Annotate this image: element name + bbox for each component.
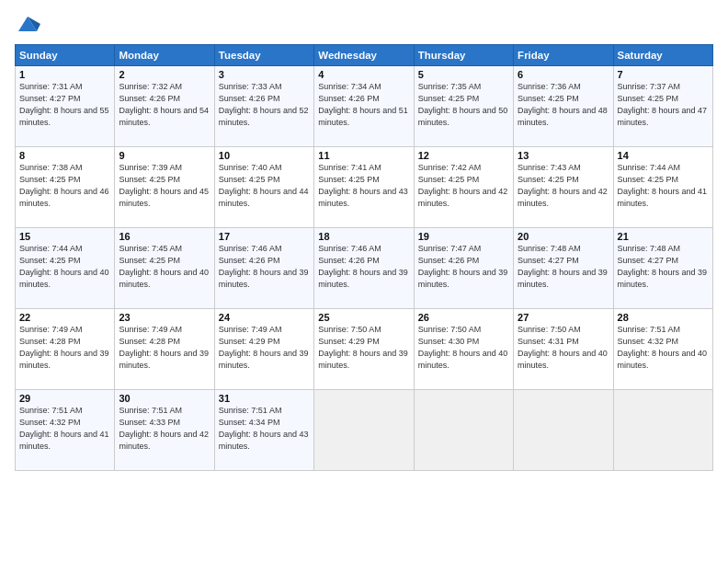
day-info: Sunrise: 7:32 AMSunset: 4:26 PMDaylight:… (119, 81, 210, 129)
calendar-cell: 5Sunrise: 7:35 AMSunset: 4:25 PMDaylight… (414, 66, 513, 147)
day-number: 11 (318, 150, 409, 161)
col-wednesday: Wednesday (314, 45, 414, 66)
day-number: 5 (418, 69, 509, 80)
calendar-cell: 23Sunrise: 7:49 AMSunset: 4:28 PMDayligh… (115, 309, 214, 390)
calendar-cell: 14Sunrise: 7:44 AMSunset: 4:25 PMDayligh… (613, 147, 712, 228)
calendar-cell: 29Sunrise: 7:51 AMSunset: 4:32 PMDayligh… (16, 390, 115, 471)
day-info: Sunrise: 7:40 AMSunset: 4:25 PMDaylight:… (219, 162, 310, 210)
logo (15, 11, 44, 37)
logo-icon (15, 11, 40, 37)
calendar-cell: 4Sunrise: 7:34 AMSunset: 4:26 PMDaylight… (314, 66, 414, 147)
calendar-cell: 20Sunrise: 7:48 AMSunset: 4:27 PMDayligh… (514, 228, 613, 309)
calendar-header: Sunday Monday Tuesday Wednesday Thursday… (16, 45, 713, 66)
calendar-cell: 27Sunrise: 7:50 AMSunset: 4:31 PMDayligh… (514, 309, 613, 390)
day-number: 1 (19, 69, 110, 80)
day-number: 2 (119, 69, 210, 80)
day-info: Sunrise: 7:48 AMSunset: 4:27 PMDaylight:… (618, 243, 709, 291)
col-saturday: Saturday (613, 45, 712, 66)
col-tuesday: Tuesday (214, 45, 313, 66)
day-info: Sunrise: 7:39 AMSunset: 4:25 PMDaylight:… (119, 162, 210, 210)
day-info: Sunrise: 7:38 AMSunset: 4:25 PMDaylight:… (19, 162, 110, 210)
col-sunday: Sunday (16, 45, 115, 66)
day-info: Sunrise: 7:46 AMSunset: 4:26 PMDaylight:… (219, 243, 310, 291)
day-number: 6 (518, 69, 609, 80)
day-info: Sunrise: 7:46 AMSunset: 4:26 PMDaylight:… (318, 243, 409, 291)
day-number: 21 (618, 231, 709, 242)
day-number: 4 (318, 69, 409, 80)
calendar-cell: 1Sunrise: 7:31 AMSunset: 4:27 PMDaylight… (16, 66, 115, 147)
day-info: Sunrise: 7:44 AMSunset: 4:25 PMDaylight:… (19, 243, 110, 291)
day-info: Sunrise: 7:31 AMSunset: 4:27 PMDaylight:… (19, 81, 110, 129)
day-number: 24 (219, 312, 310, 323)
day-number: 22 (19, 312, 110, 323)
calendar-cell: 8Sunrise: 7:38 AMSunset: 4:25 PMDaylight… (16, 147, 115, 228)
day-info: Sunrise: 7:45 AMSunset: 4:25 PMDaylight:… (119, 243, 210, 291)
day-number: 28 (618, 312, 709, 323)
calendar-cell: 30Sunrise: 7:51 AMSunset: 4:33 PMDayligh… (115, 390, 214, 471)
day-number: 18 (318, 231, 409, 242)
day-number: 15 (19, 231, 110, 242)
calendar-week-0: 1Sunrise: 7:31 AMSunset: 4:27 PMDaylight… (16, 66, 713, 147)
day-number: 10 (219, 150, 310, 161)
day-number: 31 (219, 393, 310, 404)
day-number: 26 (418, 312, 509, 323)
calendar-cell (613, 390, 712, 471)
day-number: 12 (418, 150, 509, 161)
day-number: 30 (119, 393, 210, 404)
calendar-week-3: 22Sunrise: 7:49 AMSunset: 4:28 PMDayligh… (16, 309, 713, 390)
day-info: Sunrise: 7:42 AMSunset: 4:25 PMDaylight:… (418, 162, 509, 210)
page: Sunday Monday Tuesday Wednesday Thursday… (0, 0, 728, 563)
day-info: Sunrise: 7:50 AMSunset: 4:31 PMDaylight:… (518, 324, 609, 372)
day-number: 29 (19, 393, 110, 404)
day-info: Sunrise: 7:50 AMSunset: 4:30 PMDaylight:… (418, 324, 509, 372)
calendar-cell: 21Sunrise: 7:48 AMSunset: 4:27 PMDayligh… (613, 228, 712, 309)
header-row: Sunday Monday Tuesday Wednesday Thursday… (16, 45, 713, 66)
calendar-cell: 26Sunrise: 7:50 AMSunset: 4:30 PMDayligh… (414, 309, 513, 390)
calendar-body: 1Sunrise: 7:31 AMSunset: 4:27 PMDaylight… (16, 66, 713, 471)
day-number: 9 (119, 150, 210, 161)
day-info: Sunrise: 7:36 AMSunset: 4:25 PMDaylight:… (518, 81, 609, 129)
calendar-cell: 11Sunrise: 7:41 AMSunset: 4:25 PMDayligh… (314, 147, 414, 228)
day-info: Sunrise: 7:51 AMSunset: 4:33 PMDaylight:… (119, 405, 210, 453)
col-friday: Friday (514, 45, 613, 66)
calendar-cell: 9Sunrise: 7:39 AMSunset: 4:25 PMDaylight… (115, 147, 214, 228)
calendar-cell: 12Sunrise: 7:42 AMSunset: 4:25 PMDayligh… (414, 147, 513, 228)
day-info: Sunrise: 7:51 AMSunset: 4:32 PMDaylight:… (19, 405, 110, 453)
day-info: Sunrise: 7:33 AMSunset: 4:26 PMDaylight:… (219, 81, 310, 129)
calendar-cell: 17Sunrise: 7:46 AMSunset: 4:26 PMDayligh… (214, 228, 313, 309)
day-number: 17 (219, 231, 310, 242)
day-number: 3 (219, 69, 310, 80)
day-info: Sunrise: 7:49 AMSunset: 4:29 PMDaylight:… (219, 324, 310, 372)
day-number: 16 (119, 231, 210, 242)
day-number: 14 (618, 150, 709, 161)
calendar-week-2: 15Sunrise: 7:44 AMSunset: 4:25 PMDayligh… (16, 228, 713, 309)
calendar-cell: 3Sunrise: 7:33 AMSunset: 4:26 PMDaylight… (214, 66, 313, 147)
calendar-cell: 6Sunrise: 7:36 AMSunset: 4:25 PMDaylight… (514, 66, 613, 147)
calendar-cell (514, 390, 613, 471)
day-info: Sunrise: 7:48 AMSunset: 4:27 PMDaylight:… (518, 243, 609, 291)
day-info: Sunrise: 7:47 AMSunset: 4:26 PMDaylight:… (418, 243, 509, 291)
header (15, 11, 713, 37)
calendar-cell (414, 390, 513, 471)
day-info: Sunrise: 7:34 AMSunset: 4:26 PMDaylight:… (318, 81, 409, 129)
day-info: Sunrise: 7:37 AMSunset: 4:25 PMDaylight:… (618, 81, 709, 129)
calendar-week-1: 8Sunrise: 7:38 AMSunset: 4:25 PMDaylight… (16, 147, 713, 228)
day-info: Sunrise: 7:51 AMSunset: 4:34 PMDaylight:… (219, 405, 310, 453)
day-number: 7 (618, 69, 709, 80)
col-monday: Monday (115, 45, 214, 66)
calendar-cell: 16Sunrise: 7:45 AMSunset: 4:25 PMDayligh… (115, 228, 214, 309)
day-number: 20 (518, 231, 609, 242)
calendar-cell: 13Sunrise: 7:43 AMSunset: 4:25 PMDayligh… (514, 147, 613, 228)
day-number: 19 (418, 231, 509, 242)
calendar-cell: 18Sunrise: 7:46 AMSunset: 4:26 PMDayligh… (314, 228, 414, 309)
calendar-cell: 15Sunrise: 7:44 AMSunset: 4:25 PMDayligh… (16, 228, 115, 309)
day-number: 27 (518, 312, 609, 323)
calendar-cell: 19Sunrise: 7:47 AMSunset: 4:26 PMDayligh… (414, 228, 513, 309)
calendar-cell: 10Sunrise: 7:40 AMSunset: 4:25 PMDayligh… (214, 147, 313, 228)
day-info: Sunrise: 7:49 AMSunset: 4:28 PMDaylight:… (19, 324, 110, 372)
calendar-cell: 22Sunrise: 7:49 AMSunset: 4:28 PMDayligh… (16, 309, 115, 390)
calendar-cell: 28Sunrise: 7:51 AMSunset: 4:32 PMDayligh… (613, 309, 712, 390)
day-number: 25 (318, 312, 409, 323)
calendar-week-4: 29Sunrise: 7:51 AMSunset: 4:32 PMDayligh… (16, 390, 713, 471)
day-info: Sunrise: 7:51 AMSunset: 4:32 PMDaylight:… (618, 324, 709, 372)
